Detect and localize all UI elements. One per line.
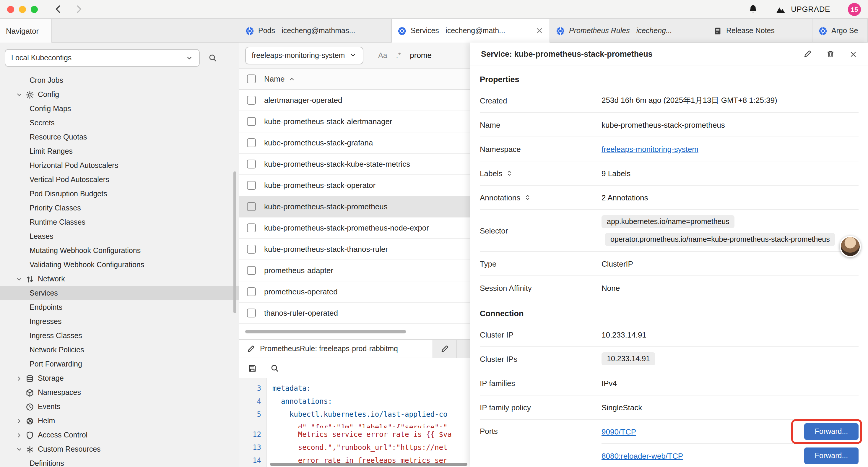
notification-count-badge[interactable]: 15 — [848, 3, 861, 16]
row-checkbox[interactable] — [247, 266, 256, 275]
list-horizontal-scrollbar[interactable] — [245, 330, 406, 333]
user-avatar[interactable] — [840, 236, 861, 257]
row-checkbox[interactable] — [247, 287, 256, 296]
chevron-down-icon[interactable] — [14, 275, 24, 283]
sidebar-scrollbar[interactable] — [234, 171, 236, 313]
service-row-thanos-ruler-operated[interactable]: thanos-ruler-operated — [239, 303, 470, 324]
dock-tab-prometheusrule[interactable]: PrometheusRule: freeleaps-prod-rabbitmq — [239, 340, 433, 358]
row-checkbox[interactable] — [247, 96, 256, 105]
dock-tab-partial[interactable] — [433, 340, 457, 358]
sidebar-item-resource-quotas[interactable]: Resource Quotas — [0, 130, 239, 144]
service-row-prometheus-operated[interactable]: prometheus-operated — [239, 282, 470, 303]
tab-pods-icecheng-mathmas[interactable]: Pods - icecheng@mathmas... — [239, 19, 392, 42]
sort-updown-icon[interactable] — [506, 170, 513, 177]
namespace-dropdown[interactable]: freeleaps-monitoring-system — [245, 47, 363, 64]
forward-icon[interactable] — [74, 4, 84, 14]
row-checkbox[interactable] — [247, 181, 256, 190]
service-row-kube-prometheus-stack-prometheus[interactable]: kube-prometheus-stack-prometheus — [239, 196, 470, 217]
sidebar-item-network-policies[interactable]: Network Policies — [0, 343, 239, 357]
sidebar-item-leases[interactable]: Leases — [0, 229, 239, 243]
editor-search-icon[interactable] — [270, 363, 279, 373]
service-row-kube-prometheus-stack-grafana[interactable]: kube-prometheus-stack-grafana — [239, 133, 470, 154]
sidebar-item-storage[interactable]: Storage — [0, 371, 239, 385]
service-row-kube-prometheus-stack-operator[interactable]: kube-prometheus-stack-operator — [239, 175, 470, 196]
sidebar-item-horizontal-pod-autoscalers[interactable]: Horizontal Pod Autoscalers — [0, 158, 239, 173]
sidebar-item-definitions[interactable]: Definitions — [0, 456, 239, 467]
row-checkbox[interactable] — [247, 309, 256, 317]
forward-button[interactable]: Forward... — [804, 423, 859, 440]
sidebar-item-label: Ingresses — [30, 317, 61, 326]
row-checkbox[interactable] — [247, 202, 256, 211]
edit-service-button[interactable] — [803, 50, 812, 59]
sidebar-item-custom-resources[interactable]: Custom Resources — [0, 442, 239, 456]
chevron-right-icon[interactable] — [14, 431, 24, 439]
sidebar-item-validating-webhook-configurations[interactable]: Validating Webhook Configurations — [0, 258, 239, 272]
sidebar-item-ingress-classes[interactable]: Ingress Classes — [0, 329, 239, 343]
close-details-button[interactable] — [849, 50, 857, 58]
row-checkbox[interactable] — [247, 159, 256, 169]
column-header-name[interactable]: Name — [264, 75, 295, 83]
sidebar-item-events[interactable]: Events — [0, 400, 239, 414]
sidebar-item-port-forwarding[interactable]: Port Forwarding — [0, 357, 239, 371]
row-checkbox[interactable] — [247, 138, 256, 147]
minimize-window-button[interactable] — [19, 6, 26, 13]
match-case-toggle[interactable]: Aa — [378, 51, 387, 59]
sidebar-item-limit-ranges[interactable]: Limit Ranges — [0, 144, 239, 158]
sidebar-item-ingresses[interactable]: Ingresses — [0, 315, 239, 329]
sidebar-search-icon[interactable] — [208, 53, 217, 63]
sidebar-item-config[interactable]: Config — [0, 87, 239, 102]
chevron-down-icon[interactable] — [14, 445, 24, 453]
upgrade-button[interactable]: UPGRADE — [776, 5, 830, 13]
sidebar-item-access-control[interactable]: Access Control — [0, 428, 239, 442]
editor-horizontal-scrollbar[interactable] — [270, 463, 467, 466]
port-link[interactable]: 9090/TCP — [601, 427, 636, 436]
close-window-button[interactable] — [7, 6, 14, 13]
service-row-alertmanager-operated[interactable]: alertmanager-operated — [239, 90, 470, 111]
close-tab-icon[interactable] — [535, 27, 544, 35]
chevron-right-icon[interactable] — [14, 417, 24, 425]
chevron-down-icon[interactable] — [14, 91, 24, 98]
navigator-pane-header[interactable]: Navigator — [0, 19, 52, 42]
forward-button[interactable]: Forward... — [804, 447, 859, 464]
select-all-checkbox[interactable] — [247, 75, 256, 83]
sidebar-item-priority-classes[interactable]: Priority Classes — [0, 201, 239, 215]
service-row-kube-prometheus-stack-prometheus-node-expor[interactable]: kube-prometheus-stack-prometheus-node-ex… — [239, 217, 470, 239]
row-checkbox[interactable] — [247, 224, 256, 232]
sidebar-item-runtime-classes[interactable]: Runtime Classes — [0, 215, 239, 229]
row-checkbox[interactable] — [247, 245, 256, 254]
sidebar-item-helm[interactable]: Helm — [0, 414, 239, 428]
service-row-prometheus-adapter[interactable]: prometheus-adapter — [239, 260, 470, 282]
regex-toggle[interactable]: .* — [396, 51, 401, 59]
detail-value: ClusterIP — [601, 259, 633, 268]
maximize-window-button[interactable] — [31, 6, 38, 13]
delete-service-button[interactable] — [826, 50, 835, 59]
yaml-editor[interactable]: 3metadata:4 annotations:5 kubectl.kubern… — [239, 378, 470, 467]
port-link[interactable]: 8080:reloader-web/TCP — [601, 451, 683, 460]
sidebar-item-secrets[interactable]: Secrets — [0, 116, 239, 130]
sidebar-item-network[interactable]: Network — [0, 272, 239, 286]
service-row-kube-prometheus-stack-kube-state-metrics[interactable]: kube-prometheus-stack-kube-state-metrics — [239, 154, 470, 175]
sidebar-item-pod-disruption-budgets[interactable]: Pod Disruption Budgets — [0, 187, 239, 201]
sidebar-item-cron-jobs[interactable]: Cron Jobs — [0, 73, 239, 87]
chevron-right-icon[interactable] — [14, 375, 24, 382]
sidebar-item-services[interactable]: Services — [0, 286, 239, 300]
notifications-bell-icon[interactable] — [748, 4, 758, 14]
tab-services-icecheng-math[interactable]: Services - icecheng@math... — [392, 19, 550, 42]
sort-updown-icon[interactable] — [524, 194, 531, 201]
sidebar-item-config-maps[interactable]: Config Maps — [0, 102, 239, 116]
sidebar-item-namespaces[interactable]: Namespaces — [0, 385, 239, 400]
tab-prometheus-rules-icecheng[interactable]: Prometheus Rules - icecheng... — [550, 19, 707, 42]
sidebar-item-mutating-webhook-configurations[interactable]: Mutating Webhook Configurations — [0, 243, 239, 258]
sidebar-item-endpoints[interactable]: Endpoints — [0, 300, 239, 315]
service-row-kube-prometheus-stack-alertmanager[interactable]: kube-prometheus-stack-alertmanager — [239, 111, 470, 133]
sidebar-item-vertical-pod-autoscalers[interactable]: Vertical Pod Autoscalers — [0, 173, 239, 187]
namespace-link[interactable]: freeleaps-monitoring-system — [601, 145, 699, 153]
tab-release-notes[interactable]: Release Notes — [707, 19, 812, 42]
service-row-kube-prometheus-stack-thanos-ruler[interactable]: kube-prometheus-stack-thanos-ruler — [239, 239, 470, 260]
back-icon[interactable] — [53, 4, 63, 14]
tab-argo-se[interactable]: Argo Se — [812, 19, 868, 42]
search-input[interactable]: prome — [410, 51, 432, 60]
kubeconfig-selector[interactable]: Local Kubeconfigs — [5, 49, 200, 67]
row-checkbox[interactable] — [247, 117, 256, 126]
save-icon[interactable] — [248, 363, 257, 373]
